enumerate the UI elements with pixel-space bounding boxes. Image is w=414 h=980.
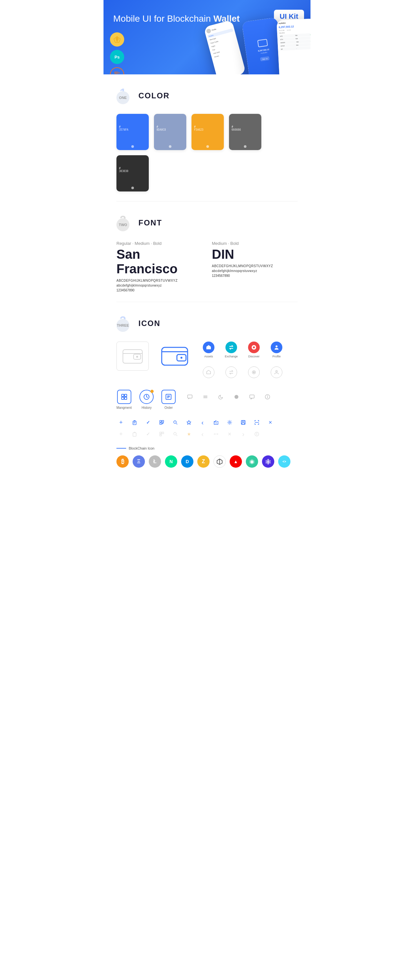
wallet-icon-wireframe: [116, 342, 149, 371]
dash-icon[interactable]: D: [181, 455, 193, 468]
arrows-icon[interactable]: [212, 430, 221, 439]
tab-icons-area: Mangment History: [116, 390, 298, 413]
svg-point-16: [253, 372, 255, 373]
chat-icon[interactable]: [185, 392, 194, 401]
font-din: Medium · Bold DIN ABCDEFGHIJKLMNOPQRSTUV…: [212, 241, 298, 292]
forward-gray-icon[interactable]: ›: [239, 430, 248, 439]
swatch-gray-blue: #8DA0C8: [154, 114, 186, 150]
keep-icon[interactable]: [278, 455, 290, 468]
band-icon[interactable]: [262, 455, 274, 468]
discover-icon[interactable]: [248, 342, 260, 353]
svg-rect-20: [122, 397, 124, 399]
add-gray-icon[interactable]: +: [116, 430, 126, 439]
icon-item-discover-outline: [246, 366, 262, 378]
svg-rect-18: [122, 394, 124, 396]
font-number-badge: 2 TWO: [116, 215, 133, 231]
discover-outline-icon[interactable]: [248, 366, 260, 378]
din-label: Medium · Bold: [212, 241, 298, 246]
sf-label: Regular · Medium · Bold: [116, 241, 202, 246]
color-swatches: #3574FA #8DA0C8 #F5A623 #666666 #303030: [116, 114, 298, 191]
svg-rect-32: [250, 395, 254, 398]
back-gray-icon[interactable]: ‹: [198, 430, 207, 439]
ark-icon[interactable]: ▲: [230, 455, 242, 468]
phone-mockup-3: myWallet + 6,297,502.12 ⟳ 12-298 ⟳ 12,0 …: [277, 18, 310, 75]
phones-area: Profile Assets Message Raid Cattle Night…: [181, 13, 310, 75]
gear-icon[interactable]: [225, 418, 234, 427]
swatch-blue: #3574FA: [116, 114, 149, 150]
icon-item-assets-outline: [201, 366, 217, 378]
svg-point-9: [180, 357, 182, 359]
svg-point-48: [229, 422, 231, 423]
iota-icon[interactable]: [213, 455, 226, 468]
management-icon[interactable]: [117, 390, 131, 404]
layers-icon[interactable]: [201, 392, 210, 401]
qr-icon[interactable]: [157, 418, 166, 427]
exchange-icon[interactable]: [225, 342, 237, 353]
moon-icon[interactable]: [217, 392, 225, 401]
svg-rect-41: [160, 423, 161, 424]
svg-point-71: [283, 461, 285, 462]
x-gray-icon[interactable]: ✕: [225, 430, 234, 439]
star-filled-icon[interactable]: ★: [184, 430, 193, 439]
clipboard-icon[interactable]: [130, 418, 139, 427]
clipboard-gray-icon[interactable]: [130, 430, 139, 439]
search-icon[interactable]: [171, 418, 180, 427]
back-icon[interactable]: ‹: [198, 418, 207, 427]
svg-rect-39: [160, 420, 161, 422]
font-section-header: 2 TWO FONT: [116, 215, 298, 231]
icon-number-badge: 3 THREE: [116, 315, 133, 332]
svg-point-31: [234, 395, 238, 399]
sf-lowercase: abcdefghijklmnopqrstuvwxyz: [116, 284, 202, 287]
info-circle-icon[interactable]: [263, 392, 272, 401]
misc-icons-row1: [185, 392, 272, 401]
tab-order: Order: [161, 390, 176, 409]
close-icon[interactable]: ✕: [266, 418, 275, 427]
message-square-icon[interactable]: [247, 392, 256, 401]
zcash-icon[interactable]: Z: [197, 455, 210, 468]
hero-section: Mobile UI for Blockchain Wallet UI Kit P…: [104, 0, 310, 75]
svg-rect-54: [160, 432, 161, 434]
neo-icon[interactable]: N: [165, 455, 177, 468]
history-icon[interactable]: [139, 390, 154, 404]
circle-icon[interactable]: [232, 392, 241, 401]
exchange-outline-icon[interactable]: [225, 366, 237, 378]
ps-badge: Ps: [110, 50, 124, 64]
blockchain-label-text: BlockChain Icon: [129, 446, 154, 450]
share-icon[interactable]: [212, 418, 221, 427]
star-icon[interactable]: [184, 418, 193, 427]
svg-marker-14: [207, 370, 210, 374]
sketch-badge: [110, 32, 124, 46]
font-sf: Regular · Medium · Bold San Francisco AB…: [116, 241, 202, 292]
icon-item-assets: Assets: [201, 342, 217, 358]
svg-rect-53: [133, 433, 136, 436]
tools-row-1: + ✓: [116, 418, 298, 427]
save-icon[interactable]: [239, 418, 248, 427]
assets-icon[interactable]: [203, 342, 215, 353]
search-gray-icon[interactable]: [171, 430, 180, 439]
din-name: DIN: [212, 247, 298, 262]
litecoin-icon[interactable]: Ł: [149, 455, 161, 468]
tab-management: Mangment: [116, 390, 132, 409]
swatch-dark: #303030: [116, 155, 149, 191]
kyber-icon[interactable]: [246, 455, 258, 468]
tab-history: History: [139, 390, 154, 409]
font-grid: Regular · Medium · Bold San Francisco AB…: [116, 241, 298, 292]
profile-icon[interactable]: [271, 342, 282, 353]
order-icon[interactable]: [161, 390, 176, 404]
check-icon[interactable]: ✓: [143, 418, 153, 427]
crypto-icons-row: ₿ Ξ Ł N D Z ▲: [116, 455, 298, 468]
tools-row-2: + ✓ ★ ‹ ✕ ›: [116, 430, 298, 439]
profile-outline-icon[interactable]: [271, 366, 282, 378]
scan-icon[interactable]: [252, 418, 261, 427]
icon-tabs-row: Mangment History: [116, 390, 176, 409]
qr-gray-icon[interactable]: [157, 430, 166, 439]
add-icon[interactable]: +: [116, 418, 126, 427]
check-gray-icon[interactable]: ✓: [143, 430, 153, 439]
assets-outline-icon[interactable]: [203, 366, 215, 378]
sf-numbers: 1234567890: [116, 288, 202, 292]
blockchain-section: BlockChain Icon ₿ Ξ Ł N D Z ▲: [116, 446, 298, 468]
bitcoin-icon[interactable]: ₿: [116, 455, 129, 468]
info-gray-icon[interactable]: [252, 430, 261, 439]
ethereum-icon[interactable]: Ξ: [132, 455, 145, 468]
svg-point-45: [174, 421, 176, 423]
